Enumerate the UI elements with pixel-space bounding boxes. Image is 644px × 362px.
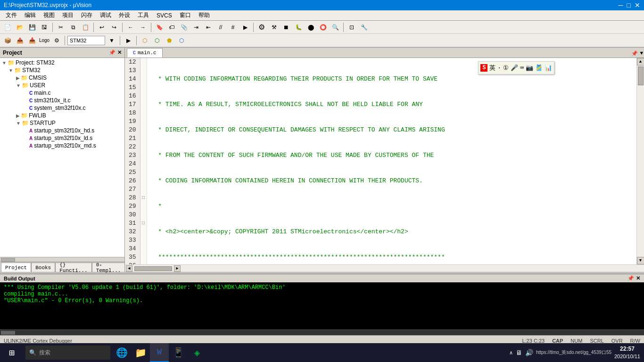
save-btn[interactable]: 💾 [26, 22, 38, 33]
dbg4-btn[interactable]: 🔍 [330, 22, 341, 33]
uncomment-btn[interactable]: # [227, 22, 239, 33]
scroll-down-btn[interactable]: ▼ [637, 257, 644, 264]
tree-stm32[interactable]: ▼ 📁 STM32 [1, 66, 124, 74]
build-btn[interactable]: ⚙ [256, 22, 267, 33]
hscroll-right[interactable]: ► [174, 265, 181, 272]
save-all-btn[interactable]: 🖫 [39, 22, 50, 33]
scroll-up-btn[interactable]: ▲ [637, 58, 644, 66]
menu-file[interactable]: 文件 [2, 10, 21, 20]
taskbar-arrow[interactable]: ∧ [509, 350, 513, 356]
maximize-button[interactable]: □ [627, 1, 631, 9]
tree-main-c[interactable]: C main.c [1, 89, 124, 97]
tree-startup-ld[interactable]: A startup_stm32f10x_ld.s [1, 134, 124, 142]
rebuild-btn[interactable]: ⚒ [268, 22, 280, 33]
taskbar-network[interactable]: 🖥 [516, 349, 522, 356]
taskbar-item-word[interactable]: W [150, 343, 169, 362]
sogou-clothing[interactable]: 🎽 [535, 64, 543, 72]
editor-hscrollbar[interactable]: ◄ ► [125, 264, 644, 272]
copy-btn[interactable]: ⧉ [67, 22, 79, 33]
sogou-mic[interactable]: 🎤 [511, 64, 518, 72]
proj-tab-books[interactable]: Books [31, 263, 55, 272]
proj-btn3[interactable]: 📥 [26, 35, 38, 46]
menu-window[interactable]: 窗口 [176, 10, 195, 20]
nav-fwd-btn[interactable]: → [137, 22, 149, 33]
taskbar-search[interactable]: 🔍 搜索 [25, 346, 110, 360]
bookmark2-btn[interactable]: 🏷 [166, 22, 177, 33]
proj-btn2[interactable]: 📤 [14, 35, 25, 46]
code-content[interactable]: * WITH CODING INFORMATION REGARDING THEI… [147, 58, 636, 264]
redo-btn[interactable]: ↪ [108, 22, 120, 33]
menu-peripherals[interactable]: 外设 [115, 10, 134, 20]
flash-btn2[interactable]: ⬡ [151, 35, 163, 46]
proj-tab-functions[interactable]: {} Functi... [55, 263, 91, 272]
bottom-pin-icon[interactable]: 📌 [627, 275, 634, 281]
fold-31[interactable]: □ [140, 219, 147, 228]
unindent-btn[interactable]: ⇤ [203, 22, 214, 33]
tree-stm32f10x-it[interactable]: C stm32f10x_it.c [1, 97, 124, 104]
editor-content[interactable]: 12 13 14 15 16 17 18 19 20 21 22 23 24 2… [125, 58, 644, 264]
menu-flash[interactable]: 闪存 [77, 10, 96, 20]
sogou-face[interactable]: ① [503, 64, 509, 72]
indent-btn[interactable]: ⇥ [190, 22, 202, 33]
proj-btn1[interactable]: 📦 [2, 35, 13, 46]
scroll-thumb[interactable] [638, 66, 644, 85]
bottom-scroll-thumb[interactable] [1, 331, 15, 335]
bookmark3-btn[interactable]: 📎 [178, 22, 190, 33]
menu-view[interactable]: 视图 [40, 10, 58, 20]
run2-btn[interactable]: ▶ [123, 35, 134, 46]
menu-svcs[interactable]: SVCS [153, 11, 176, 20]
open-btn[interactable]: 📂 [14, 22, 25, 33]
proj-tab-project[interactable]: Project [1, 263, 31, 272]
tree-root[interactable]: ▼ 📁 Project: STM32 [1, 59, 124, 66]
bookmark1-btn[interactable]: 🔖 [154, 22, 165, 33]
tab-dropdown[interactable]: ▼ [640, 50, 643, 57]
sogou-keyboard[interactable]: ⌨ [520, 64, 524, 72]
tree-startup-hd[interactable]: A startup_stm32f10x_hd.s [1, 127, 124, 134]
flash-btn1[interactable]: ⬡ [139, 35, 150, 46]
project-hscroll[interactable] [0, 257, 124, 262]
menu-edit[interactable]: 编辑 [21, 10, 40, 20]
proj-btn5[interactable]: ⚙ [51, 35, 62, 46]
cut-btn[interactable]: ✂ [55, 22, 66, 33]
taskbar-item-phone[interactable]: 📱 [169, 343, 188, 362]
fold-28[interactable]: □ [140, 194, 147, 202]
close-panel-icon[interactable]: ✕ [117, 49, 122, 56]
menu-debug[interactable]: 调试 [96, 10, 115, 20]
clock[interactable]: 22:57 2020/10/11 [614, 345, 640, 360]
minimize-button[interactable]: ─ [619, 1, 623, 9]
taskbar-item-app[interactable]: ◈ [188, 343, 206, 362]
undo-btn[interactable]: ↩ [96, 22, 107, 33]
close-button[interactable]: ✕ [635, 1, 640, 9]
menu-help[interactable]: 帮助 [195, 10, 214, 20]
proj-tab-templates[interactable]: 0₊ Templ... [92, 263, 125, 272]
sogou-chart[interactable]: 📊 [545, 64, 552, 72]
editor-tab-main-c[interactable]: C main.c [127, 48, 163, 58]
menu-project[interactable]: 项目 [58, 10, 77, 20]
bottom-hscroll[interactable] [0, 329, 644, 335]
bottom-close-icon[interactable]: ✕ [636, 275, 640, 281]
tree-fwlib[interactable]: ▶ 📁 FWLIB [1, 112, 124, 119]
comment-btn[interactable]: // [215, 22, 226, 33]
dbg3-btn[interactable]: ⭕ [317, 22, 329, 33]
taskbar-volume[interactable]: 🔊 [525, 349, 533, 356]
settings-btn[interactable]: 🔧 [358, 22, 370, 33]
tab-pin[interactable]: 📌 [631, 50, 638, 57]
menu-tools[interactable]: 工具 [134, 10, 153, 20]
sogou-lang[interactable]: 英 [489, 64, 495, 72]
stop-btn[interactable]: ⏹ [281, 22, 292, 33]
dbg2-btn[interactable]: ⬤ [305, 22, 316, 33]
paste-btn[interactable]: 📋 [80, 22, 91, 33]
taskbar-item-explorer[interactable]: 📁 [131, 343, 150, 362]
target-select[interactable]: STM32 [67, 36, 105, 45]
tree-user[interactable]: ▼ 📁 USER [1, 82, 124, 89]
hscroll-left[interactable]: ◄ [126, 265, 132, 272]
nav-back-btn[interactable]: ← [125, 22, 136, 33]
target-dropdown[interactable]: ▼ [106, 35, 117, 46]
tree-startup-md[interactable]: A startup_stm32f10x_md.s [1, 142, 124, 149]
window-btn[interactable]: ⊡ [346, 22, 357, 33]
proj-btn4[interactable]: Logo [39, 35, 50, 46]
taskbar-item-edge[interactable]: 🌐 [112, 343, 131, 362]
dbg-btn[interactable]: 🐛 [293, 22, 304, 33]
run-btn[interactable]: ▶ [239, 22, 251, 33]
tree-cmsis[interactable]: ▶ 📁 CMSIS [1, 74, 124, 82]
